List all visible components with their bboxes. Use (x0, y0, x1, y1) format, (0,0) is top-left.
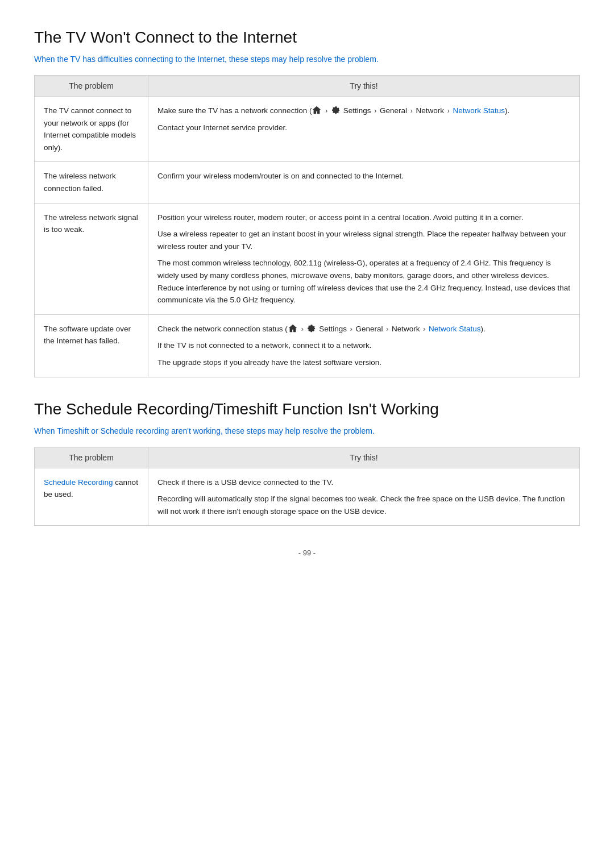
solution-para1: Check if there is a USB device connected… (157, 476, 570, 489)
section2-col1-header: The problem (35, 447, 148, 468)
solution-upgrade-stops: The upgrade stops if you already have th… (157, 356, 570, 369)
table-row: The software update over the Internet ha… (35, 314, 580, 377)
section1-col2-header: Try this! (148, 76, 580, 97)
problem-cell: The wireless network signal is too weak. (35, 203, 148, 314)
gear-icon2 (306, 323, 317, 334)
solution-para2: Recording will automatically stop if the… (157, 493, 570, 517)
section2-col2-header: Try this! (148, 447, 580, 468)
network-status-link2[interactable]: Network Status (429, 325, 481, 333)
chevron-icon2: › (374, 106, 376, 117)
section2-table: The problem Try this! Schedule Recording… (34, 447, 580, 526)
problem-text: The wireless network connection failed. (44, 172, 116, 193)
gear-icon (331, 105, 341, 115)
network-status-link1[interactable]: Network Status (453, 106, 505, 115)
home-icon2 (288, 323, 298, 334)
page-number: - 99 - (298, 549, 316, 557)
solution-contact: Contact your Internet service provider. (157, 122, 570, 134)
schedule-recording-link[interactable]: Schedule Recording (44, 478, 113, 487)
solution-cell: Check the network connection status ( › … (148, 314, 580, 377)
table-row: The wireless network connection failed. … (35, 162, 580, 203)
problem-cell: The software update over the Internet ha… (35, 314, 148, 377)
page-footer: - 99 - (34, 549, 580, 557)
section1-col1-header: The problem (35, 76, 148, 97)
solution-if-not-connected: If the TV is not connected to a network,… (157, 339, 570, 352)
chevron-icon4: › (447, 106, 450, 117)
solution-para3: The most common wireless technology, 802… (157, 257, 570, 306)
problem-text: The software update over the Internet ha… (44, 325, 131, 346)
problem-text: The wireless network signal is too weak. (44, 213, 138, 234)
section1-subtitle: When the TV has difficulties connecting … (34, 55, 580, 64)
solution-para2: Use a wireless repeater to get an instan… (157, 228, 570, 252)
home-icon (312, 105, 322, 115)
solution-line: Make sure the TV has a network connectio… (157, 105, 570, 117)
chevron-icon3: › (410, 106, 413, 117)
solution-para1: Position your wireless router, modem rou… (157, 211, 570, 224)
section1-title: The TV Won't Connect to the Internet (34, 28, 580, 47)
solution-cell: Check if there is a USB device connected… (148, 468, 580, 526)
section2-subtitle: When Timeshift or Schedule recording are… (34, 426, 580, 435)
solution-cell: Confirm your wireless modem/router is on… (148, 162, 580, 203)
chevron-icon6: › (350, 324, 352, 335)
table-row: The wireless network signal is too weak.… (35, 203, 580, 314)
chevron-icon7: › (386, 324, 388, 335)
problem-cell: The wireless network connection failed. (35, 162, 148, 203)
problem-cell: Schedule Recording cannot be used. (35, 468, 148, 526)
solution-text: Confirm your wireless modem/router is on… (157, 170, 570, 182)
solution-line: Check the network connection status ( › … (157, 323, 570, 335)
chevron-icon8: › (423, 324, 425, 335)
section1-table: The problem Try this! The TV cannot conn… (34, 75, 580, 377)
solution-cell: Make sure the TV has a network connectio… (148, 97, 580, 162)
table-row: Schedule Recording cannot be used. Check… (35, 468, 580, 526)
chevron-icon: › (325, 106, 327, 117)
table-row: The TV cannot connect to your network or… (35, 97, 580, 162)
chevron-icon5: › (301, 324, 304, 335)
solution-cell: Position your wireless router, modem rou… (148, 203, 580, 314)
problem-cell: The TV cannot connect to your network or… (35, 97, 148, 162)
problem-text: The TV cannot connect to your network or… (44, 106, 136, 152)
section2-title: The Schedule Recording/Timeshift Functio… (34, 400, 580, 418)
section2-container: The Schedule Recording/Timeshift Functio… (34, 400, 580, 526)
